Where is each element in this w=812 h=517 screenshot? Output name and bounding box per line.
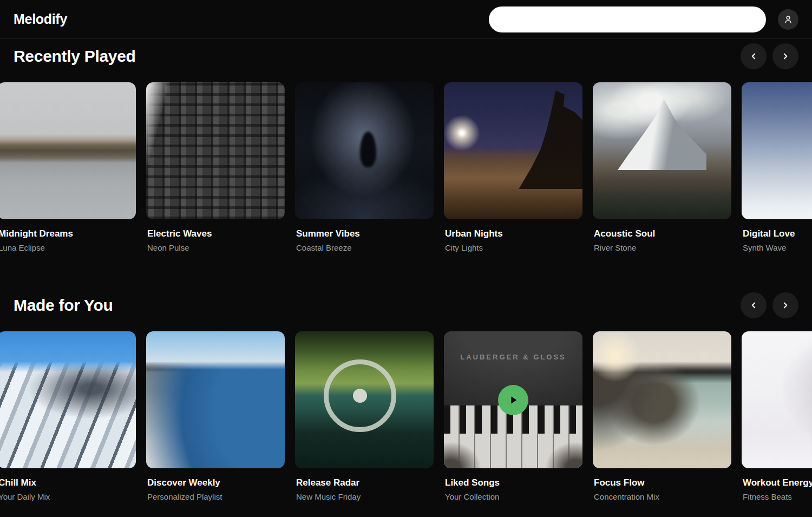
playlist-card[interactable]: Electric Waves Neon Pulse <box>146 82 285 252</box>
search-input[interactable] <box>489 6 766 32</box>
piano-inscription: LAUBERGER & GLOSS <box>444 353 582 361</box>
section-recently-played: Recently Played Midnight Dreams Luna Ecl… <box>0 43 812 252</box>
card-subtitle: Your Collection <box>445 492 582 501</box>
album-art <box>295 82 434 219</box>
card-title: Summer Vibes <box>296 228 434 239</box>
section-title: Recently Played <box>14 47 735 66</box>
playlist-card[interactable]: Summer Vibes Coastal Breeze <box>295 82 434 252</box>
app-logo: Melodify <box>14 11 67 27</box>
playlist-card[interactable]: Discover Weekly Personalized Playlist <box>146 331 285 501</box>
card-title: Chill Mix <box>0 477 136 488</box>
chevron-left-icon <box>749 51 758 61</box>
chevron-right-icon <box>781 51 790 61</box>
card-title: Focus Flow <box>594 477 731 488</box>
profile-button[interactable] <box>778 9 798 30</box>
play-icon <box>507 394 519 406</box>
section-header: Made for You <box>0 292 812 318</box>
card-title: Electric Waves <box>147 228 285 239</box>
card-title: Workout Energy <box>743 477 812 488</box>
card-subtitle: Coastal Breeze <box>296 243 434 252</box>
card-title: Digital Love <box>743 228 812 239</box>
album-art <box>146 331 285 468</box>
album-art <box>742 331 812 468</box>
card-subtitle: Concentration Mix <box>594 492 731 501</box>
section-title: Made for You <box>14 296 735 315</box>
album-art <box>593 82 731 219</box>
carousel-next-button[interactable] <box>772 292 798 318</box>
playlist-card[interactable]: Workout Energy Fitness Beats <box>742 331 812 501</box>
carousel-track[interactable]: Chill Mix Your Daily Mix Discover Weekly… <box>0 331 812 501</box>
play-button[interactable] <box>498 385 528 415</box>
carousel: Chill Mix Your Daily Mix Discover Weekly… <box>0 331 812 501</box>
album-art <box>593 331 731 468</box>
album-art: LAUBERGER & GLOSS <box>444 331 582 468</box>
card-subtitle: Synth Wave <box>743 243 812 252</box>
chevron-left-icon <box>749 300 758 310</box>
section-header: Recently Played <box>0 43 812 69</box>
card-subtitle: City Lights <box>445 243 582 252</box>
playlist-card[interactable]: Acoustic Soul River Stone <box>593 82 731 252</box>
carousel-next-button[interactable] <box>772 43 798 69</box>
playlist-card[interactable]: Urban Nights City Lights <box>444 82 582 252</box>
chevron-right-icon <box>781 300 790 310</box>
playlist-card[interactable]: Release Radar New Music Friday <box>295 331 434 501</box>
card-title: Discover Weekly <box>147 477 285 488</box>
album-art <box>742 82 812 219</box>
card-title: Midnight Dreams <box>0 228 136 239</box>
playlist-card[interactable]: Digital Love Synth Wave <box>742 82 812 252</box>
playlist-card[interactable]: LAUBERGER & GLOSS Liked Songs Your Colle… <box>444 331 582 501</box>
carousel: Midnight Dreams Luna Eclipse Electric Wa… <box>0 82 812 252</box>
card-title: Acoustic Soul <box>594 228 731 239</box>
section-made-for-you: Made for You Chill Mix Your Daily Mix Di… <box>0 292 812 501</box>
album-art <box>146 82 285 219</box>
album-art <box>444 82 582 219</box>
card-title: Release Radar <box>296 477 434 488</box>
card-subtitle: New Music Friday <box>296 492 434 501</box>
card-title: Urban Nights <box>445 228 582 239</box>
playlist-card[interactable]: Chill Mix Your Daily Mix <box>0 331 136 501</box>
album-art <box>0 331 136 468</box>
playlist-card[interactable]: Midnight Dreams Luna Eclipse <box>0 82 136 252</box>
card-subtitle: Fitness Beats <box>743 492 812 501</box>
album-art <box>295 331 434 468</box>
card-subtitle: Your Daily Mix <box>0 492 136 501</box>
card-subtitle: Neon Pulse <box>147 243 285 252</box>
user-icon <box>783 14 794 25</box>
app-header: Melodify <box>0 0 812 39</box>
carousel-prev-button[interactable] <box>741 43 767 69</box>
card-subtitle: Personalized Playlist <box>147 492 285 501</box>
card-subtitle: River Stone <box>594 243 731 252</box>
card-title: Liked Songs <box>445 477 582 488</box>
playlist-card[interactable]: Focus Flow Concentration Mix <box>593 331 731 501</box>
album-art <box>0 82 136 219</box>
card-subtitle: Luna Eclipse <box>0 243 136 252</box>
carousel-track[interactable]: Midnight Dreams Luna Eclipse Electric Wa… <box>0 82 812 252</box>
carousel-prev-button[interactable] <box>741 292 767 318</box>
